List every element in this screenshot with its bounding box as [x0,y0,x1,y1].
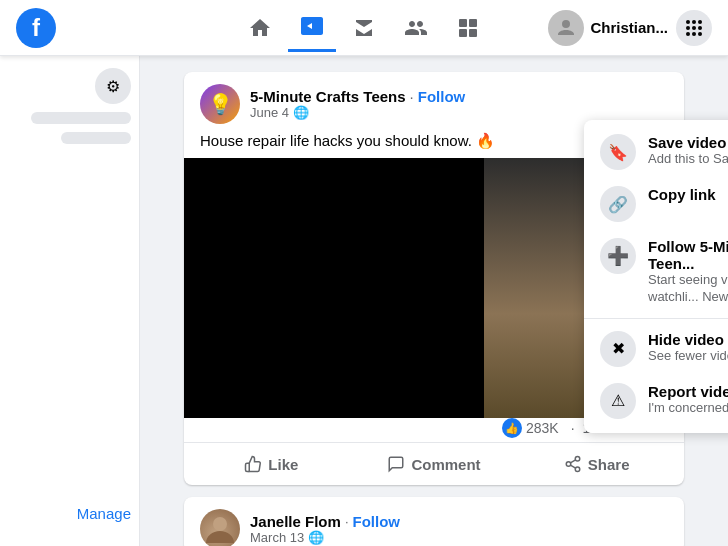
svg-point-5 [686,20,690,24]
post-image-dark-area [184,158,484,418]
menu-item-follow-text: Follow 5-Minute Crafts Teen... Start see… [648,238,728,306]
post-author-line: 5-Minute Crafts Teens · Follow [250,88,668,105]
preview-date: March 13 🌐 [250,530,668,545]
svg-point-14 [575,457,580,462]
svg-point-13 [698,32,702,36]
main-layout: ⚙ Manage 💡 5-Minute Crafts Teens · Follo… [0,56,728,546]
menu-item-hide-video-text: Hide video See fewer videos like this [648,331,728,365]
svg-point-8 [686,26,690,30]
hide-video-icon: ✖ [600,331,636,367]
svg-line-18 [570,460,575,463]
menu-item-save-video-text: Save video Add this to Saved Videos [648,134,728,168]
post-header: 💡 5-Minute Crafts Teens · Follow June 4 … [184,72,684,124]
post-dot: · [410,88,414,105]
svg-point-19 [213,517,227,531]
svg-rect-0 [459,19,467,27]
content-area: 💡 5-Minute Crafts Teens · Follow June 4 … [140,56,728,546]
comment-button[interactable]: Comment [355,447,514,481]
preview-author-name: Janelle Flom · Follow [250,513,668,530]
preview-follow-button[interactable]: Follow [353,513,401,530]
preview-author-text[interactable]: Janelle Flom [250,513,341,530]
svg-rect-2 [459,29,467,37]
like-button[interactable]: Like [192,447,351,481]
like-reaction-icon: 👍 [502,418,522,438]
nav-video-button[interactable] [288,4,336,52]
sidebar-manage-button[interactable]: Manage [77,505,131,534]
preview-meta: Janelle Flom · Follow March 13 🌐 [250,513,668,545]
copy-link-title: Copy link [648,186,728,203]
menu-item-report-video-text: Report video I'm concerned about this vi… [648,383,728,417]
top-navigation: f Christian... [0,0,728,56]
share-label: Share [588,456,630,473]
preview-date-text: March 13 [250,530,304,545]
svg-point-4 [562,20,570,28]
svg-point-12 [692,32,696,36]
post-follow-button[interactable]: Follow [418,88,466,105]
nav-right: Christian... [548,10,712,46]
menu-item-report-video[interactable]: ⚠ Report video I'm concerned about this … [584,375,728,427]
follow-icon: ➕ [600,238,636,274]
svg-point-10 [698,26,702,30]
menu-item-hide-video[interactable]: ✖ Hide video See fewer videos like this [584,323,728,375]
copy-link-icon: 🔗 [600,186,636,222]
svg-point-16 [575,467,580,472]
svg-line-17 [570,465,575,468]
report-video-subtitle: I'm concerned about this video [648,400,728,417]
nav-home-button[interactable] [236,4,284,52]
nav-pages-button[interactable] [444,4,492,52]
nav-center [236,4,492,52]
hide-video-subtitle: See fewer videos like this [648,348,728,365]
sidebar-placeholder-1 [31,112,131,124]
globe-icon: 🌐 [293,105,309,120]
post-date-text: June 4 [250,105,289,120]
save-video-subtitle: Add this to Saved Videos [648,151,728,168]
post-card: 💡 5-Minute Crafts Teens · Follow June 4 … [184,72,684,485]
nav-groups-button[interactable] [392,4,440,52]
preview-dot: · [345,514,349,529]
user-profile-pill[interactable]: Christian... [548,10,668,46]
nav-grid-button[interactable] [676,10,712,46]
menu-item-follow[interactable]: ➕ Follow 5-Minute Crafts Teen... Start s… [584,230,728,314]
comment-label: Comment [411,456,480,473]
post-meta: 5-Minute Crafts Teens · Follow June 4 🌐 [250,88,668,120]
svg-rect-1 [469,19,477,27]
post-actions: Like Comment Share [184,442,684,485]
user-avatar [548,10,584,46]
save-video-icon: 🔖 [600,134,636,170]
menu-item-save-video[interactable]: 🔖 Save video Add this to Saved Videos [584,126,728,178]
follow-title: Follow 5-Minute Crafts Teen... [648,238,728,272]
gear-icon: ⚙ [106,77,120,96]
save-video-title: Save video [648,134,728,151]
report-video-icon: ⚠ [600,383,636,419]
user-name-label: Christian... [590,19,668,36]
svg-rect-3 [469,29,477,37]
svg-point-9 [692,26,696,30]
svg-point-7 [698,20,702,24]
svg-point-15 [566,462,571,467]
sidebar-placeholder-2 [61,132,131,144]
like-label: Like [268,456,298,473]
menu-item-copy-link-text: Copy link [648,186,728,203]
nav-marketplace-button[interactable] [340,4,388,52]
post-options-dropdown: 🔖 Save video Add this to Saved Videos 🔗 … [584,120,728,433]
sidebar-gear-button[interactable]: ⚙ [95,68,131,104]
left-sidebar: ⚙ Manage [0,56,140,546]
share-button[interactable]: Share [517,447,676,481]
post-date: June 4 🌐 [250,105,668,120]
preview-author-avatar [200,509,240,546]
reaction-number: 283K [526,420,559,436]
menu-item-copy-link[interactable]: 🔗 Copy link [584,178,728,230]
second-post-preview: Janelle Flom · Follow March 13 🌐 [184,497,684,546]
svg-point-11 [686,32,690,36]
report-video-title: Report video [648,383,728,400]
post-author-avatar: 💡 [200,84,240,124]
facebook-logo[interactable]: f [16,8,56,48]
svg-point-6 [692,20,696,24]
preview-globe-icon: 🌐 [308,530,324,545]
menu-divider-1 [584,318,728,319]
post-author-name[interactable]: 5-Minute Crafts Teens [250,88,406,105]
follow-subtitle: Start seeing videos in your watchli... N… [648,272,728,306]
stats-separator: · [571,420,575,436]
hide-video-title: Hide video [648,331,728,348]
nav-left: f [16,8,56,48]
